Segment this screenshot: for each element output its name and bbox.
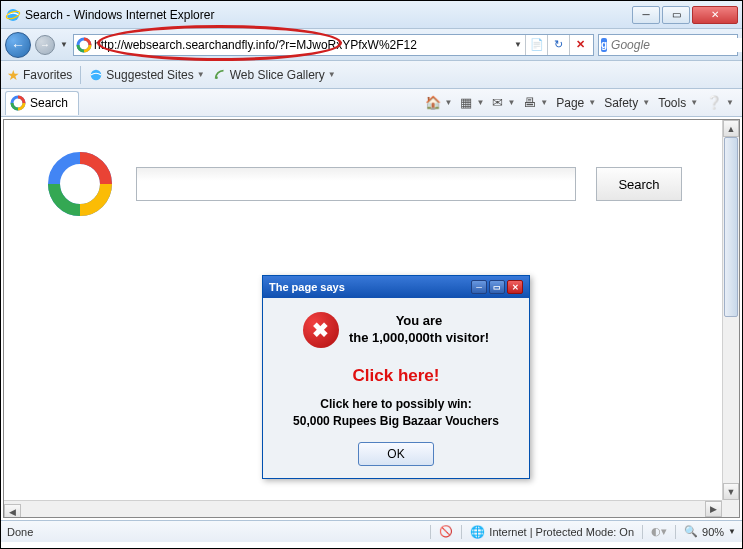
dialog-sub2: 50,000 Rupees Big Bazaar Vouchers	[271, 413, 521, 430]
browser-search-box[interactable]: g 🔍▾	[598, 34, 738, 56]
home-button[interactable]: 🏠▼	[421, 95, 457, 110]
print-button[interactable]: 🖶▼	[519, 95, 552, 110]
home-icon: 🏠	[425, 95, 441, 110]
compat-view-button[interactable]: 📄	[525, 35, 547, 55]
zoom-icon: 🔍	[684, 525, 698, 538]
dialog-body: ✖ You are the 1,000,000th visitor! Click…	[263, 298, 529, 478]
dialog-click-here[interactable]: Click here!	[271, 366, 521, 386]
security-zone[interactable]: 🌐 Internet | Protected Mode: On	[470, 525, 634, 539]
dialog-sub1: Click here to possibly win:	[271, 396, 521, 413]
print-icon: 🖶	[523, 95, 536, 110]
close-button[interactable]: ✕	[692, 6, 738, 24]
ie-small-icon	[89, 68, 103, 82]
popup-blocker-icon[interactable]: 🚫	[439, 525, 453, 538]
scroll-thumb[interactable]	[724, 137, 738, 317]
dialog-title: The page says	[269, 281, 469, 293]
zoom-value: 90%	[702, 526, 724, 538]
navigation-bar: ← → ▼ ▼ 📄 ↻ ✕ g 🔍▾	[1, 29, 742, 61]
status-text: Done	[7, 526, 33, 538]
content-viewport: Search The page says ─ ▭ ✕ ✖ You are the…	[3, 119, 740, 518]
svg-point-4	[215, 76, 218, 79]
webslice-icon	[213, 68, 227, 82]
help-icon: ❔	[706, 95, 722, 110]
tab-label: Search	[30, 96, 68, 110]
rss-icon: ▦	[460, 95, 472, 110]
favorites-bar: ★Favorites Suggested Sites▼ Web Slice Ga…	[1, 61, 742, 89]
mail-icon: ✉	[492, 95, 503, 110]
main-search-input[interactable]	[136, 167, 576, 201]
address-dropdown[interactable]: ▼	[511, 40, 525, 49]
search-landing: Search	[4, 120, 722, 248]
globe-icon: 🌐	[470, 525, 485, 539]
scroll-right-button[interactable]: ▶	[705, 501, 722, 517]
protected-mode-toggle[interactable]: ◐▾	[651, 525, 667, 538]
web-slice-label: Web Slice Gallery	[230, 68, 325, 82]
forward-button[interactable]: →	[35, 35, 55, 55]
suggested-sites-link[interactable]: Suggested Sites▼	[89, 68, 204, 82]
favorites-label: Favorites	[23, 68, 72, 82]
refresh-button[interactable]: ↻	[547, 35, 569, 55]
scroll-left-button[interactable]: ◀	[4, 504, 21, 518]
read-mail-button[interactable]: ✉▼	[488, 95, 519, 110]
page-content: Search The page says ─ ▭ ✕ ✖ You are the…	[4, 120, 722, 500]
maximize-button[interactable]: ▭	[662, 6, 690, 24]
nav-history-dropdown[interactable]: ▼	[59, 33, 69, 57]
google-icon: g	[601, 38, 607, 52]
address-bar[interactable]: ▼ 📄 ↻ ✕	[73, 34, 594, 56]
stop-button[interactable]: ✕	[569, 35, 591, 55]
page-label: Page	[556, 96, 584, 110]
star-icon: ★	[7, 67, 20, 83]
horizontal-scrollbar[interactable]: ◀ ▶	[4, 500, 722, 517]
safety-label: Safety	[604, 96, 638, 110]
tab-ring-icon	[10, 95, 26, 111]
help-button[interactable]: ❔▼	[702, 95, 738, 110]
dialog-titlebar[interactable]: The page says ─ ▭ ✕	[263, 276, 529, 298]
site-ring-icon	[76, 37, 92, 53]
scroll-down-button[interactable]: ▼	[723, 483, 739, 500]
scroll-up-button[interactable]: ▲	[723, 120, 739, 137]
zone-label: Internet | Protected Mode: On	[489, 526, 634, 538]
large-ring-logo-icon	[44, 148, 116, 220]
minimize-button[interactable]: ─	[632, 6, 660, 24]
vertical-scrollbar[interactable]: ▲ ▼	[722, 120, 739, 500]
dialog-subtext: Click here to possibly win: 50,000 Rupee…	[271, 396, 521, 430]
dialog-ok-button[interactable]: OK	[358, 442, 434, 466]
back-button[interactable]: ←	[5, 32, 31, 58]
window-title: Search - Windows Internet Explorer	[25, 8, 632, 22]
dialog-line1: You are	[349, 313, 489, 330]
dialog-headline: You are the 1,000,000th visitor!	[349, 313, 489, 347]
status-bar: Done 🚫 🌐 Internet | Protected Mode: On ◐…	[1, 520, 742, 542]
tab-search[interactable]: Search	[5, 91, 79, 115]
alert-dialog: The page says ─ ▭ ✕ ✖ You are the 1,000,…	[262, 275, 530, 479]
web-slice-gallery-link[interactable]: Web Slice Gallery▼	[213, 68, 336, 82]
dialog-maximize-button[interactable]: ▭	[489, 280, 505, 294]
zoom-control[interactable]: 🔍 90% ▼	[684, 525, 736, 538]
url-input[interactable]	[94, 38, 511, 52]
suggested-sites-label: Suggested Sites	[106, 68, 193, 82]
dialog-minimize-button[interactable]: ─	[471, 280, 487, 294]
favorites-button[interactable]: ★Favorites	[7, 67, 72, 83]
safety-menu[interactable]: Safety▼	[600, 96, 654, 110]
error-icon: ✖	[303, 312, 339, 348]
separator	[80, 66, 81, 84]
main-search-button[interactable]: Search	[596, 167, 682, 201]
page-menu[interactable]: Page▼	[552, 96, 600, 110]
dialog-line2: the 1,000,000th visitor!	[349, 330, 489, 347]
tools-label: Tools	[658, 96, 686, 110]
browser-search-input[interactable]	[611, 38, 743, 52]
window-controls: ─ ▭ ✕	[632, 6, 738, 24]
scroll-corner	[722, 500, 739, 517]
tools-menu[interactable]: Tools▼	[654, 96, 702, 110]
feeds-button[interactable]: ▦▼	[456, 95, 488, 110]
svg-point-3	[91, 69, 102, 80]
command-bar: Search 🏠▼ ▦▼ ✉▼ 🖶▼ Page▼ Safety▼ Tools▼ …	[1, 89, 742, 117]
dialog-close-button[interactable]: ✕	[507, 280, 523, 294]
window-titlebar: Search - Windows Internet Explorer ─ ▭ ✕	[1, 1, 742, 29]
ie-logo-icon	[5, 7, 21, 23]
